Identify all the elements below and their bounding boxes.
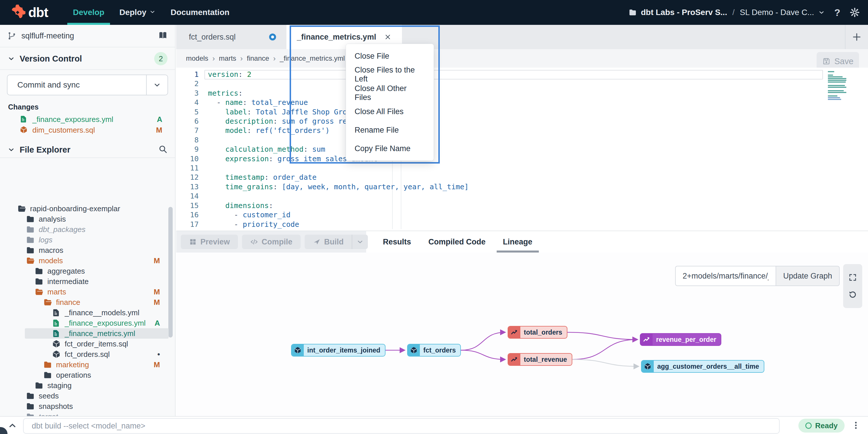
- commit-and-sync-button[interactable]: Commit and sync: [7, 75, 168, 95]
- line-number: 15: [176, 201, 199, 210]
- close-icon[interactable]: [384, 33, 392, 41]
- lineage-node-revenue_per_order[interactable]: revenue_per_order: [640, 333, 721, 346]
- chev-down-icon: [149, 9, 156, 15]
- fullscreen-icon[interactable]: [848, 273, 857, 282]
- panel-tab-lineage[interactable]: Lineage: [503, 231, 532, 253]
- line-number: 2: [176, 79, 199, 88]
- tree-item-target[interactable]: target: [0, 411, 175, 416]
- dbt-command-input[interactable]: [23, 418, 780, 434]
- tree-item-staging[interactable]: staging: [0, 380, 175, 390]
- minimap[interactable]: [828, 71, 847, 100]
- breadcrumb-item[interactable]: finance: [247, 54, 269, 62]
- tree-item-rapid-onboarding-exemplar[interactable]: rapid-onboarding-exemplar: [0, 203, 175, 214]
- lineage-node-total_orders[interactable]: total_orders: [508, 326, 567, 339]
- menu-item-close-file[interactable]: Close File: [346, 47, 434, 65]
- code-line: timestamp: order_date: [208, 173, 868, 182]
- save-label: Save: [834, 57, 853, 66]
- trend-icon: [510, 356, 518, 363]
- tree-item-intermediate[interactable]: intermediate: [0, 276, 175, 287]
- new-tab-button[interactable]: [845, 25, 868, 49]
- code-line: - priority_code: [208, 220, 868, 229]
- nav-item-deploy[interactable]: Deploy: [112, 0, 163, 25]
- grid-icon: [189, 238, 197, 246]
- commit-button-label: Commit and sync: [7, 75, 146, 95]
- lineage-node-total_revenue[interactable]: total_revenue: [508, 353, 572, 366]
- ready-ring-icon: [805, 423, 812, 429]
- menu-item-close-all-files[interactable]: Close All Files: [346, 102, 434, 121]
- tree-item-marts[interactable]: martsM: [0, 287, 175, 297]
- tab-label: _finance_metrics.yml: [297, 33, 376, 41]
- tree-item-seeds[interactable]: seeds: [0, 390, 175, 401]
- docs-book-icon[interactable]: [158, 31, 167, 41]
- update-graph-button[interactable]: Update Graph: [776, 266, 840, 286]
- version-control-header[interactable]: Version Control 2: [0, 51, 175, 66]
- code-line: metrics:: [208, 89, 868, 98]
- tree-item-finance[interactable]: financeM: [0, 297, 175, 308]
- build-icon: [313, 238, 321, 246]
- tree-item-logs[interactable]: logs: [0, 235, 175, 245]
- code-editor[interactable]: 1234567891011121314151617 version: 2 met…: [176, 68, 868, 231]
- tree-item-marketing[interactable]: marketingM: [0, 359, 175, 370]
- tree-item-_finance__models.yml[interactable]: _finance__models.yml: [0, 308, 175, 318]
- git-branch-row[interactable]: sqlfluff-meeting: [0, 25, 175, 48]
- tree-item-aggregates[interactable]: aggregates: [0, 266, 175, 276]
- panel-tab-results[interactable]: Results: [383, 231, 411, 253]
- tree-item-_finance_exposures.yml[interactable]: _finance_exposures.ymlA: [0, 318, 175, 328]
- node-selector-input[interactable]: [675, 266, 776, 286]
- breadcrumb-item[interactable]: _finance_metrics.yml: [280, 54, 345, 62]
- build-options-chevron[interactable]: [352, 235, 368, 249]
- nav-item-documentation[interactable]: Documentation: [163, 0, 237, 25]
- lineage-node-agg_customer_orders__all_time[interactable]: agg_customer_orders__all_time: [641, 360, 764, 373]
- kebab-menu-icon[interactable]: [851, 421, 861, 431]
- gear-icon[interactable]: [849, 7, 860, 18]
- changed-file-_finance_exposures.yml[interactable]: _finance_exposures.ymlA: [0, 114, 175, 125]
- menu-item-close-all-other-files[interactable]: Close All Other Files: [346, 84, 434, 102]
- metric-trend-icon: [508, 354, 520, 365]
- tree-item-snapshots[interactable]: snapshots: [0, 401, 175, 411]
- commit-options-chevron[interactable]: [146, 75, 167, 95]
- dbt-logo[interactable]: dbt: [0, 0, 66, 25]
- branch-name: sqlfluff-meeting: [21, 31, 74, 40]
- folder-icon: [26, 402, 35, 411]
- lineage-node-int_order_items_joined[interactable]: int_order_items_joined: [291, 344, 385, 356]
- menu-item-close-files-to-the-left[interactable]: Close Files to the Left: [346, 65, 434, 84]
- tree-item-fct_order_items.sql[interactable]: fct_order_items.sql: [0, 339, 175, 349]
- chevron-down-icon: [818, 9, 825, 16]
- tab-fct-orders-sql[interactable]: fct_orders.sql: [179, 25, 286, 49]
- code-line: version: 2: [208, 70, 868, 79]
- search-icon[interactable]: [158, 144, 167, 155]
- trend-icon: [643, 336, 650, 343]
- nav-item-develop[interactable]: Develop: [66, 0, 112, 25]
- breadcrumb-item[interactable]: models: [186, 54, 208, 62]
- line-number: 3: [176, 89, 199, 98]
- tree-item-analysis[interactable]: analysis: [0, 214, 175, 224]
- line-number: 11: [176, 164, 199, 173]
- panel-tab-compiled-code[interactable]: Compiled Code: [429, 231, 486, 253]
- chev-down-icon: [356, 238, 364, 245]
- build-button[interactable]: Build: [305, 235, 352, 249]
- file-explorer-header[interactable]: File Explorer: [0, 142, 175, 157]
- compile-button[interactable]: Compile: [242, 235, 301, 249]
- menu-item-copy-file-name[interactable]: Copy File Name: [346, 139, 434, 158]
- tree-item-dbt_packages[interactable]: dbt_packages: [0, 224, 175, 235]
- changed-file-dim_customers.sql[interactable]: dim_customers.sqlM: [0, 125, 175, 136]
- tree-item-models[interactable]: modelsM: [0, 255, 175, 266]
- reset-view-icon[interactable]: [848, 290, 857, 299]
- model-icon: [52, 340, 61, 348]
- tree-item-_finance_metrics.yml[interactable]: _finance_metrics.yml: [25, 328, 168, 339]
- divider: [0, 157, 175, 158]
- menu-item-rename-file[interactable]: Rename File: [346, 121, 434, 139]
- chevron-up-icon[interactable]: [7, 421, 17, 432]
- version-control-title: Version Control: [20, 54, 82, 64]
- lineage-node-fct_orders[interactable]: fct_orders: [407, 344, 461, 356]
- command-bar: Ready: [0, 416, 868, 434]
- file-icon: [20, 115, 28, 123]
- help-icon[interactable]: ?: [832, 7, 843, 18]
- tree-item-macros[interactable]: macros: [0, 245, 175, 255]
- tree-item-operations[interactable]: operations: [0, 370, 175, 380]
- preview-button[interactable]: Preview: [181, 235, 238, 249]
- account-project-switcher[interactable]: dbt Labs - ProServ S... / SL Demo - Dave…: [629, 8, 825, 17]
- breadcrumb-item[interactable]: marts: [219, 54, 236, 62]
- tree-item-fct_orders.sql[interactable]: fct_orders.sql•: [0, 349, 175, 359]
- lineage-canvas[interactable]: int_order_items_joinedfct_orderstotal_or…: [176, 253, 868, 416]
